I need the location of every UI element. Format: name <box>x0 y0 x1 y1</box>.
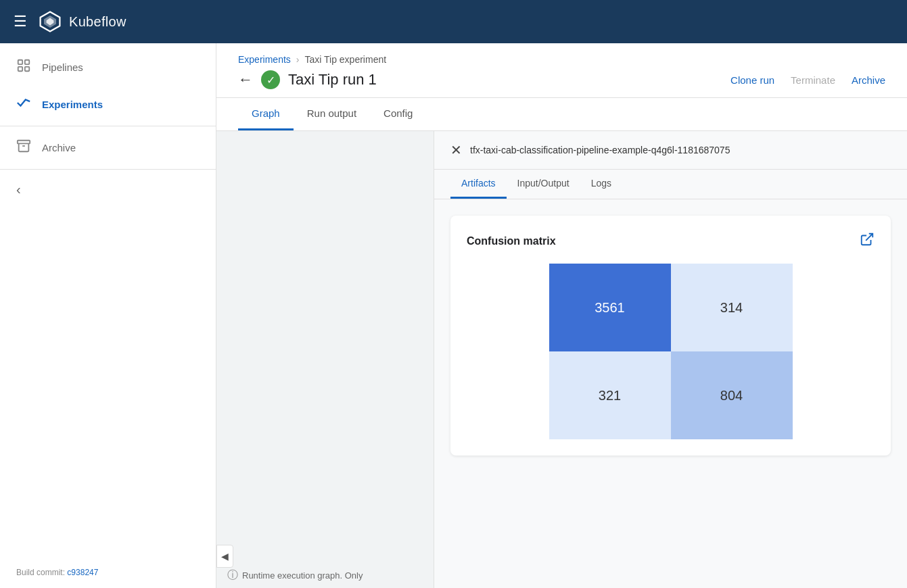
page-header: Experiments › Taxi Tip experiment ← ✓ Ta… <box>216 43 907 98</box>
breadcrumb-experiments[interactable]: Experiments <box>238 54 291 65</box>
panel-tab-input-output[interactable]: Input/Output <box>507 170 580 199</box>
panel-node-id: tfx-taxi-cab-classification-pipeline-exa… <box>470 145 891 155</box>
pipeline-nodes: confusion-matrix <box>216 131 434 588</box>
runtime-note-text: Runtime execution graph. Only <box>242 570 363 581</box>
app-title: Kubeflow <box>69 14 126 30</box>
archive-icon <box>16 139 31 157</box>
build-commit-prefix: Build commit: <box>16 568 67 577</box>
sidebar-divider-2 <box>0 169 216 170</box>
sidebar-label-archive: Archive <box>42 142 76 153</box>
svg-rect-3 <box>18 60 22 64</box>
status-icon-success: ✓ <box>261 70 280 89</box>
svg-rect-5 <box>18 67 22 71</box>
pipeline-arrows <box>216 131 434 588</box>
cm-value-2: 321 <box>599 388 621 403</box>
tab-graph[interactable]: Graph <box>238 98 294 130</box>
cm-value-3: 804 <box>720 388 743 403</box>
back-button[interactable]: ← <box>238 71 253 89</box>
panel-tab-artifacts[interactable]: Artifacts <box>450 170 507 199</box>
panel-tab-logs[interactable]: Logs <box>580 170 622 199</box>
svg-rect-7 <box>18 141 30 144</box>
tab-config[interactable]: Config <box>370 98 426 130</box>
tab-run-output[interactable]: Run output <box>294 98 370 130</box>
info-icon: ⓘ <box>227 568 238 583</box>
pipelines-icon <box>16 58 31 76</box>
confusion-matrix-grid: 3561 314 321 804 <box>549 264 793 439</box>
breadcrumb-experiment-name: Taxi Tip experiment <box>304 54 386 65</box>
sidebar-item-archive[interactable]: Archive <box>0 129 216 166</box>
artifact-title: Confusion matrix <box>467 235 556 247</box>
sidebar-item-pipelines[interactable]: Pipelines <box>0 49 216 86</box>
panel-tabs: Artifacts Input/Output Logs <box>434 170 907 199</box>
sidebar-label-pipelines: Pipelines <box>42 62 83 73</box>
sidebar: Pipelines Experiments Archive <box>0 43 216 588</box>
panel-content: Confusion matrix 3561 <box>434 199 907 588</box>
collapse-chevron: ◀ <box>221 551 229 562</box>
experiments-icon <box>16 95 31 114</box>
page-title-left: ← ✓ Taxi Tip run 1 <box>238 70 377 89</box>
svg-rect-6 <box>25 67 29 71</box>
archive-button[interactable]: Archive <box>852 74 885 86</box>
right-panel: ✕ tfx-taxi-cab-classification-pipeline-e… <box>434 131 907 588</box>
cm-cell-3: 804 <box>671 351 793 439</box>
svg-line-9 <box>866 234 873 241</box>
panel-header: ✕ tfx-taxi-cab-classification-pipeline-e… <box>434 131 907 170</box>
logo: Kubeflow <box>38 9 126 34</box>
menu-icon[interactable]: ☰ <box>14 13 27 30</box>
main-tabs: Graph Run output Config <box>216 98 907 131</box>
graph-area[interactable]: confusion-matrix ◀ ⓘ Runtime execution g… <box>216 131 434 588</box>
collapse-icon: ‹ <box>16 182 21 197</box>
cm-cell-0: 3561 <box>549 264 671 351</box>
build-commit-link[interactable]: c938247 <box>67 568 98 577</box>
sidebar-item-experiments[interactable]: Experiments <box>0 86 216 123</box>
layout: Pipelines Experiments Archive <box>0 43 907 588</box>
breadcrumb: Experiments › Taxi Tip experiment <box>238 43 885 65</box>
content-area: confusion-matrix ◀ ⓘ Runtime execution g… <box>216 131 907 588</box>
runtime-note: ⓘ Runtime execution graph. Only <box>227 568 363 583</box>
page-title-row: ← ✓ Taxi Tip run 1 Clone run Terminate A… <box>238 70 885 97</box>
cm-value-0: 3561 <box>595 300 625 316</box>
sidebar-divider-1 <box>0 126 216 126</box>
page-actions: Clone run Terminate Archive <box>730 74 885 86</box>
artifact-card-header: Confusion matrix <box>467 232 875 250</box>
cm-cell-2: 321 <box>549 351 671 439</box>
confusion-matrix-card: Confusion matrix 3561 <box>450 216 891 456</box>
sidebar-label-experiments: Experiments <box>42 99 103 110</box>
panel-close-button[interactable]: ✕ <box>450 142 462 158</box>
topnav: ☰ Kubeflow <box>0 0 907 43</box>
external-link-icon[interactable] <box>860 232 875 250</box>
sidebar-collapse-btn[interactable]: ‹ <box>0 172 216 207</box>
page-title: Taxi Tip run 1 <box>288 71 377 89</box>
terminate-button[interactable]: Terminate <box>791 74 835 86</box>
graph-collapse-button[interactable]: ◀ <box>216 545 233 568</box>
breadcrumb-separator: › <box>296 54 300 65</box>
sidebar-footer: Build commit: c938247 <box>0 557 216 588</box>
cm-cell-1: 314 <box>671 264 793 351</box>
svg-rect-4 <box>25 60 29 64</box>
kubeflow-logo-icon <box>38 9 62 34</box>
clone-run-button[interactable]: Clone run <box>730 74 774 86</box>
main-content: Experiments › Taxi Tip experiment ← ✓ Ta… <box>216 43 907 588</box>
cm-value-1: 314 <box>720 300 743 316</box>
